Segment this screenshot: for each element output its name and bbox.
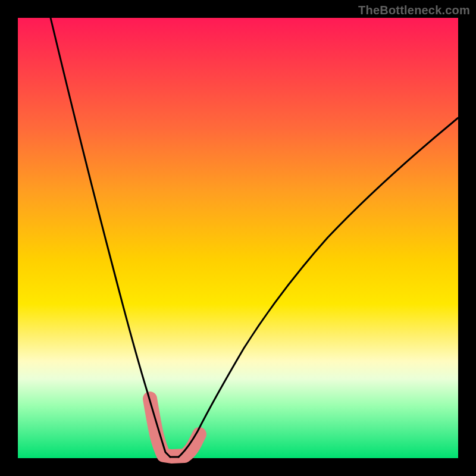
- chart-frame: TheBottleneck.com: [0, 0, 476, 476]
- bottleneck-curve-left: [51, 18, 170, 457]
- chart-svg: [18, 18, 458, 458]
- bottleneck-curve-right: [178, 118, 458, 457]
- watermark-text: TheBottleneck.com: [358, 4, 470, 17]
